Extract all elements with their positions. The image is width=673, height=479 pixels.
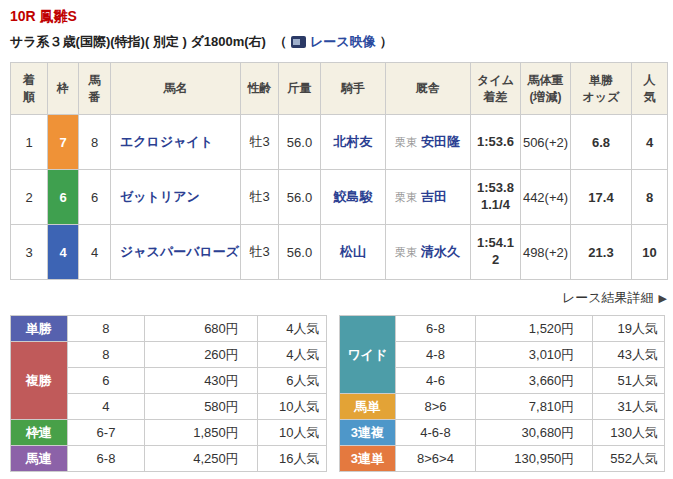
frame-number: 7 (48, 115, 79, 170)
payout-popularity: 4人気 (257, 316, 326, 342)
payout-amount: 1,850円 (145, 420, 258, 446)
payout-section: 単勝 8 680円 4人気 複勝 8 260円 4人気 6 430円 6人気 (10, 315, 665, 472)
jockey-link[interactable]: 鮫島駿 (334, 189, 373, 204)
payout-amount: 580円 (145, 394, 258, 420)
bet-type-sanrenpuku: 3連複 (339, 420, 396, 446)
payout-row-sanrenpuku: 3連複 4-6-8 30,680円 130人気 (339, 420, 664, 446)
payout-row-umatan: 馬単 8>6 7,810円 31人気 (339, 394, 664, 420)
race-result-detail-link[interactable]: レース結果詳細▶ (562, 290, 667, 305)
popularity: 8 (632, 170, 668, 225)
popularity: 10 (632, 225, 668, 280)
win-odds: 17.4 (571, 170, 632, 225)
results-header-row: 着 順 枠 馬 番 馬名 性齢 斤量 騎手 厩舎 タイム 着差 馬体重 (増減)… (11, 63, 668, 115)
col-odds: 単勝 オッズ (571, 63, 632, 115)
col-jockey: 騎手 (321, 63, 386, 115)
carried-weight: 56.0 (279, 115, 321, 170)
payout-amount: 3,660円 (475, 368, 593, 394)
payout-popularity: 43人気 (593, 342, 665, 368)
combo: 8 (67, 316, 145, 342)
horse-name-link[interactable]: ジャスパーバローズ (120, 244, 239, 259)
body-weight: 506(+2) (521, 115, 571, 170)
frame-number: 6 (48, 170, 79, 225)
time-margin: 1:53.8 1.1/4 (471, 170, 521, 225)
payout-table-right: ワイド 6-8 1,520円 19人気 4-8 3,010円 43人気 4-6 … (339, 315, 665, 472)
payout-popularity: 10人気 (257, 420, 326, 446)
finish-position: 1 (11, 115, 48, 170)
combo: 6 (67, 368, 145, 394)
payout-row-sanrentan: 3連単 8>6>4 130,950円 552人気 (339, 446, 664, 472)
horse-name-link[interactable]: ゼットリアン (120, 189, 200, 204)
race-video-group: （ レース映像 ） (274, 33, 393, 51)
payout-amount: 30,680円 (475, 420, 593, 446)
bet-type-tansho: 単勝 (11, 316, 68, 342)
result-row-1: 1 7 8 エクロジャイト 牡3 56.0 北村友 栗東安田隆 1:53.6 5… (11, 115, 668, 170)
horse-name-cell: エクロジャイト (111, 115, 241, 170)
sex-age: 牡3 (241, 225, 279, 280)
combo: 6-7 (67, 420, 145, 446)
col-time: タイム 着差 (471, 63, 521, 115)
bet-type-umatan: 馬単 (339, 394, 396, 420)
payout-table-left: 単勝 8 680円 4人気 複勝 8 260円 4人気 6 430円 6人気 (10, 315, 327, 472)
jockey-cell: 鮫島駿 (321, 170, 386, 225)
race-result-page: 10R 鳳雛S サラ系３歳(国際)(特指)( 別定 ) ダ1800m(右) （ … (0, 0, 673, 472)
bet-type-fukusho: 複勝 (11, 342, 68, 420)
trainer-link[interactable]: 清水久 (421, 244, 460, 259)
payout-row-tansho: 単勝 8 680円 4人気 (11, 316, 327, 342)
win-odds: 21.3 (571, 225, 632, 280)
combo: 4-6 (396, 368, 476, 394)
horse-name-cell: ジャスパーバローズ (111, 225, 241, 280)
race-result-detail-label: レース結果詳細 (562, 290, 654, 305)
horse-name-link[interactable]: エクロジャイト (120, 134, 213, 149)
payout-popularity: 10人気 (257, 394, 326, 420)
frame-number: 4 (48, 225, 79, 280)
paren-close: ） (379, 33, 392, 51)
payout-amount: 1,520円 (475, 316, 593, 342)
col-body-weight: 馬体重 (増減) (521, 63, 571, 115)
payout-amount: 3,010円 (475, 342, 593, 368)
col-number: 馬 番 (79, 63, 111, 115)
combo: 4 (67, 394, 145, 420)
stable-area: 栗東 (395, 246, 417, 258)
trainer-link[interactable]: 安田隆 (421, 134, 460, 149)
bet-type-wakuren: 枠連 (11, 420, 68, 446)
race-conditions: サラ系３歳(国際)(特指)( 別定 ) ダ1800m(右) (10, 33, 266, 51)
payout-popularity: 51人気 (593, 368, 665, 394)
jockey-link[interactable]: 松山 (340, 244, 366, 259)
race-conditions-row: サラ系３歳(国際)(特指)( 別定 ) ダ1800m(右) （ レース映像 ） (10, 33, 665, 51)
chevron-right-icon: ▶ (659, 292, 667, 304)
sex-age: 牡3 (241, 115, 279, 170)
combo: 4-6-8 (396, 420, 476, 446)
sex-age: 牡3 (241, 170, 279, 225)
col-sex-age: 性齢 (241, 63, 279, 115)
trainer-link[interactable]: 吉田 (421, 189, 447, 204)
carried-weight: 56.0 (279, 225, 321, 280)
detail-link-row: レース結果詳細▶ (10, 289, 667, 307)
race-video-icon[interactable] (291, 36, 306, 48)
col-finish: 着 順 (11, 63, 48, 115)
race-video-link[interactable]: レース映像 (310, 33, 376, 51)
horse-number: 8 (79, 115, 111, 170)
jockey-link[interactable]: 北村友 (334, 134, 373, 149)
col-frame: 枠 (48, 63, 79, 115)
payout-amount: 430円 (145, 368, 258, 394)
col-popularity: 人 気 (632, 63, 668, 115)
col-weight: 斤量 (279, 63, 321, 115)
payout-amount: 680円 (145, 316, 258, 342)
bet-type-sanrentan: 3連単 (339, 446, 396, 472)
payout-row-wakuren: 枠連 6-7 1,850円 10人気 (11, 420, 327, 446)
payout-row-fukusho-1: 複勝 8 260円 4人気 (11, 342, 327, 368)
combo: 4-8 (396, 342, 476, 368)
race-results-table: 着 順 枠 馬 番 馬名 性齢 斤量 騎手 厩舎 タイム 着差 馬体重 (増減)… (10, 62, 668, 280)
col-horse: 馬名 (111, 63, 241, 115)
horse-number: 4 (79, 225, 111, 280)
payout-row-umaren: 馬連 6-8 4,250円 16人気 (11, 446, 327, 472)
col-stable: 厩舎 (386, 63, 471, 115)
combo: 8>6 (396, 394, 476, 420)
payout-row-wide-1: ワイド 6-8 1,520円 19人気 (339, 316, 664, 342)
stable-cell: 栗東吉田 (386, 170, 471, 225)
carried-weight: 56.0 (279, 170, 321, 225)
body-weight: 442(+4) (521, 170, 571, 225)
paren-open: （ (274, 33, 287, 51)
combo: 8>6>4 (396, 446, 476, 472)
body-weight: 498(+2) (521, 225, 571, 280)
